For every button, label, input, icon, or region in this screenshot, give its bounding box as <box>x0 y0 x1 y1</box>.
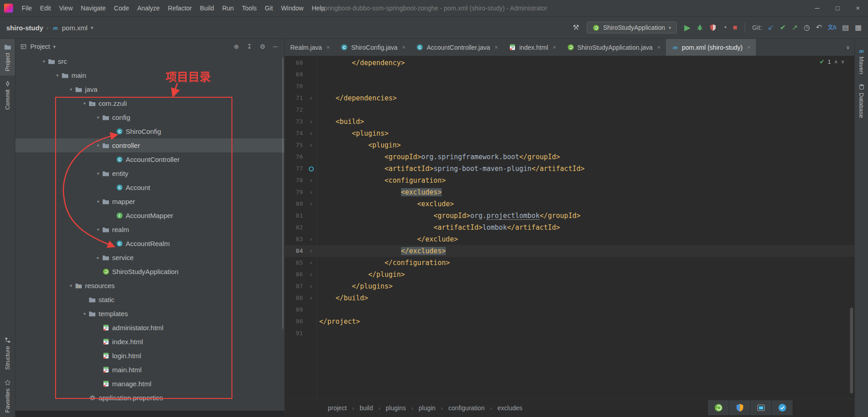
chevron-expanded-icon[interactable]: ▾ <box>94 115 102 120</box>
menu-edit[interactable]: Edit <box>36 5 55 12</box>
menu-build[interactable]: Build <box>196 5 218 12</box>
menu-run[interactable]: Run <box>218 5 238 12</box>
code-line-77[interactable]: 77 <artifactId>spring-boot-maven-plugin<… <box>285 163 854 175</box>
code-line-69[interactable]: 69 <box>285 69 854 81</box>
code-line-89[interactable]: 89 <box>285 304 854 316</box>
breadcrumb-project[interactable]: project <box>328 404 347 412</box>
close-icon[interactable]: × <box>747 44 751 51</box>
menu-analyze[interactable]: Analyze <box>133 5 164 12</box>
tree-item-src[interactable]: ▾src <box>15 54 284 68</box>
fold-marker-icon[interactable]: ∧ <box>306 292 316 304</box>
tree-item-main-html[interactable]: Hmain.html <box>15 363 284 377</box>
layout-left-button[interactable]: ▤ <box>842 24 849 31</box>
tree-item-service[interactable]: ▸service <box>15 251 284 265</box>
tree-item-shiroconfig[interactable]: CShiroConfig <box>15 124 284 138</box>
code-line-79[interactable]: 79∨ <excludes> <box>285 186 854 198</box>
blue-tile-icon[interactable] <box>772 400 793 415</box>
tree-item-mapper[interactable]: ▾mapper <box>15 194 284 208</box>
breadcrumb-excludes[interactable]: excludes <box>497 404 522 412</box>
tab-realm-java[interactable]: Realm.java× <box>285 39 335 56</box>
rollback-button[interactable]: ↶ <box>816 24 822 31</box>
tree-item-static[interactable]: static <box>15 293 284 307</box>
breadcrumb-build[interactable]: build <box>359 404 373 412</box>
fold-marker-icon[interactable]: ∧ <box>306 92 316 104</box>
chevron-expanded-icon[interactable]: ▾ <box>94 171 102 176</box>
fold-marker-icon[interactable]: ∨ <box>306 186 316 198</box>
code-line-83[interactable]: 83∧ </exclude> <box>285 233 854 245</box>
tool-stripe-project[interactable]: Project <box>0 39 15 76</box>
code-line-80[interactable]: 80∨ <exclude> <box>285 198 854 210</box>
layout-right-button[interactable]: ▦ <box>855 24 862 31</box>
maximize-button[interactable]: □ <box>827 0 848 16</box>
chevron-expanded-icon[interactable]: ▾ <box>67 87 75 92</box>
tree-item-main[interactable]: ▾main <box>15 68 284 82</box>
code-line-84[interactable]: 84∧ </excludes> <box>285 245 854 257</box>
tree-item-controller[interactable]: ▾controller <box>15 138 284 152</box>
code-line-71[interactable]: 71∧ </dependencies> <box>285 92 854 104</box>
close-icon[interactable]: × <box>657 44 661 51</box>
build-button[interactable]: ⚒ <box>573 24 579 31</box>
fold-marker-icon[interactable]: ∨ <box>306 128 316 139</box>
chevron-expanded-icon[interactable]: ▾ <box>80 311 89 316</box>
code-line-73[interactable]: 73∨ <build> <box>285 116 854 128</box>
breadcrumb-configuration[interactable]: configuration <box>448 404 485 412</box>
tool-stripe-maven[interactable]: mMaven <box>855 43 868 79</box>
close-icon[interactable]: × <box>552 44 556 51</box>
chevron-down-icon[interactable]: ▾ <box>53 44 56 50</box>
tree-item-administator-html[interactable]: Hadministator.html <box>15 321 284 335</box>
code-editor[interactable]: 68 </dependency>697071∧ </dependencies>7… <box>285 56 854 398</box>
code-line-68[interactable]: 68 </dependency> <box>285 57 854 69</box>
tree-item-entity[interactable]: ▾entity <box>15 166 284 180</box>
fold-marker-icon[interactable]: ∧ <box>306 257 316 269</box>
fold-marker-icon[interactable]: ∨ <box>306 116 316 128</box>
profiler-button[interactable]: ◔ <box>722 24 727 31</box>
tree-item-accountmapper[interactable]: IAccountMapper <box>15 208 284 223</box>
chevron-expanded-icon[interactable]: ▾ <box>94 227 102 232</box>
inspection-widget[interactable]: ✔ 1 ∧ ∨ <box>820 58 844 65</box>
code-line-82[interactable]: 82 <artifactId>lombok</artifactId> <box>285 222 854 233</box>
chevron-down-icon[interactable]: ▾ <box>91 25 94 31</box>
chevron-expanded-icon[interactable]: ▾ <box>94 199 102 204</box>
tree-item-accountcontroller[interactable]: CAccountController <box>15 152 284 166</box>
stop-button[interactable]: ■ <box>733 24 737 31</box>
tree-item-index-html[interactable]: Hindex.html <box>15 335 284 349</box>
tool-stripe-structure[interactable]: Structure <box>0 332 15 374</box>
chevron-expanded-icon[interactable]: ▾ <box>53 73 61 78</box>
next-problem-button[interactable]: ∨ <box>841 59 844 65</box>
fold-marker-icon[interactable]: ∧ <box>306 280 316 292</box>
tree-item-shirostudyapplication[interactable]: ShiroStudyApplication <box>15 265 284 279</box>
tab-accountcontroller-java[interactable]: CAccountController.java× <box>411 39 504 56</box>
debug-button[interactable] <box>696 24 703 31</box>
fold-marker-icon[interactable]: ∨ <box>306 139 316 151</box>
tree-item-manage-html[interactable]: Hmanage.html <box>15 377 284 391</box>
prev-problem-button[interactable]: ∧ <box>834 59 838 65</box>
tab-shirostudyapplication-java[interactable]: ShiroStudyApplication.java× <box>561 39 666 56</box>
menu-tools[interactable]: Tools <box>238 5 261 12</box>
breadcrumb-file[interactable]: pom.xml <box>62 24 88 32</box>
tool-stripe-commit[interactable]: Commit <box>0 76 15 114</box>
chevron-collapsed-icon[interactable]: ▸ <box>94 255 102 260</box>
tree-item-templates[interactable]: ▾templates <box>15 307 284 321</box>
close-icon[interactable]: × <box>326 44 330 51</box>
tool-stripe-database[interactable]: Database <box>855 79 868 123</box>
tab-shiroconfig-java[interactable]: CShiroConfig.java× <box>335 39 411 56</box>
fold-marker-icon[interactable]: ∧ <box>306 233 316 245</box>
run-button[interactable]: ▶ <box>684 24 691 32</box>
code-line-75[interactable]: 75∨ <plugin> <box>285 139 854 151</box>
menu-refactor[interactable]: Refactor <box>164 5 196 12</box>
collapse-all-button[interactable]: ↧ <box>245 43 255 50</box>
hide-panel-button[interactable]: ─ <box>271 43 280 50</box>
fold-marker-icon[interactable]: ∧ <box>306 245 316 257</box>
code-line-87[interactable]: 87∧ </plugins> <box>285 280 854 292</box>
breadcrumb-plugin[interactable]: plugin <box>419 404 435 412</box>
tree-item-com-zzuli[interactable]: ▾com.zzuli <box>15 96 284 110</box>
fold-spacer[interactable] <box>306 163 316 175</box>
translate-button[interactable]: 文A <box>828 25 836 30</box>
shield-tile-icon[interactable] <box>729 400 750 415</box>
chevron-expanded-icon[interactable]: ▾ <box>80 101 89 106</box>
tab-pom-xml-shiro-study-[interactable]: mpom.xml (shiro-study)× <box>666 39 756 56</box>
code-line-78[interactable]: 78∨ <configuration> <box>285 175 854 186</box>
menu-view[interactable]: View <box>55 5 77 12</box>
code-line-88[interactable]: 88∧ </build> <box>285 292 854 304</box>
tree-item-java[interactable]: ▾java <box>15 82 284 96</box>
